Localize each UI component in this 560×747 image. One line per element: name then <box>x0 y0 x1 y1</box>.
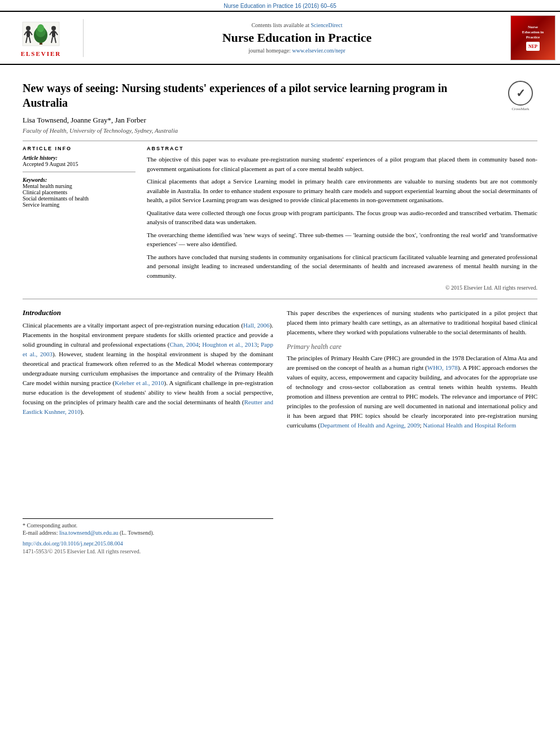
body-section: Introduction Clinical placements are a v… <box>23 308 537 554</box>
contents-line: Contents lists available at ScienceDirec… <box>89 22 505 28</box>
email-link[interactable]: lisa.townsend@uts.edu.au <box>59 530 118 536</box>
journal-ref-bar: Nurse Education in Practice 16 (2016) 60… <box>0 0 560 11</box>
body-right-col: This paper describes the experiences of … <box>287 308 537 554</box>
crossmark-icon: ✓ <box>516 86 526 100</box>
article-info-panel: ARTICLE INFO Article history: Accepted 9… <box>23 146 135 291</box>
svg-point-4 <box>37 24 44 32</box>
homepage-line: journal homepage: www.elsevier.com/nepr <box>89 47 505 54</box>
journal-header: ELSEVIER Contents lists available at Sci… <box>0 11 560 65</box>
abstract-para-4: The overarching theme identified was 'ne… <box>147 230 537 249</box>
abstract-para-3: Qualitative data were collected through … <box>147 208 537 227</box>
ref-chan[interactable]: Chan, 2004 <box>169 341 198 348</box>
footnote-area: * Corresponding author. E-mail address: … <box>23 518 273 536</box>
body-left-col: Introduction Clinical placements are a v… <box>23 308 273 554</box>
article-title: New ways of seeing: Nursing students' ex… <box>23 81 537 110</box>
ref-keleher[interactable]: Keleher et al., 2010 <box>115 379 164 386</box>
article-info-abstract: ARTICLE INFO Article history: Accepted 9… <box>23 146 537 291</box>
abstract-panel: ABSTRACT The objective of this paper was… <box>147 146 537 291</box>
abstract-body: The objective of this paper was to evalu… <box>147 155 537 280</box>
divider-1 <box>23 141 537 141</box>
email-note: E-mail address: lisa.townsend@uts.edu.au… <box>23 530 273 536</box>
copyright-line: © 2015 Elsevier Ltd. All rights reserved… <box>147 285 537 291</box>
keyword-3: Social determinants of health <box>23 195 135 202</box>
corresponding-author-note: * Corresponding author. <box>23 522 273 528</box>
ref-who[interactable]: WHO, 1978 <box>427 364 458 371</box>
ref-hall[interactable]: Hall, 2006 <box>243 322 270 329</box>
ref-houghton[interactable]: Houghton et al., 2013 <box>202 341 257 348</box>
elsevier-logo-block: ELSEVIER <box>5 19 84 57</box>
affiliation-line: Faculty of Health, University of Technol… <box>23 127 537 134</box>
abstract-para-5: The authors have concluded that nursing … <box>147 252 537 281</box>
abstract-para-2: Clinical placements that adopt a Service… <box>147 177 537 205</box>
crossmark-badge: ✓ CrossMark <box>504 81 537 111</box>
keyword-2: Clinical placements <box>23 189 135 195</box>
journal-title-header: Nurse Education in Practice <box>89 30 505 45</box>
keywords-label: Keywords: <box>23 177 135 183</box>
keyword-1: Mental health nursing <box>23 183 135 189</box>
article-info-label: ARTICLE INFO <box>23 146 135 151</box>
accepted-date: Accepted 9 August 2015 <box>23 161 135 167</box>
journal-center-block: Contents lists available at ScienceDirec… <box>84 22 510 54</box>
issn-line: 1471-5953/© 2015 Elsevier Ltd. All right… <box>23 548 273 554</box>
sciencedirect-link[interactable]: ScienceDirect <box>310 22 342 28</box>
svg-point-5 <box>26 26 30 30</box>
homepage-link[interactable]: www.elsevier.com/nepr <box>292 47 345 54</box>
phc-heading: Primary health care <box>287 343 537 351</box>
intro-heading: Introduction <box>23 308 273 317</box>
right-intro-para: This paper describes the experiences of … <box>287 308 537 337</box>
ref-dept-health[interactable]: Department of Health and Ageing, 2009 <box>320 422 420 429</box>
journal-thumbnail: Nurse Education in Practice NEP <box>510 15 555 60</box>
abstract-label: ABSTRACT <box>147 146 537 151</box>
intro-para-1: Clinical placements are a vitally import… <box>23 321 273 417</box>
keyword-4: Service learning <box>23 202 135 208</box>
svg-rect-12 <box>52 30 55 37</box>
elsevier-brand-text: ELSEVIER <box>21 50 62 57</box>
svg-point-11 <box>51 26 56 30</box>
journal-ref: Nurse Education in Practice 16 (2016) 60… <box>224 3 336 9</box>
svg-rect-6 <box>27 30 30 37</box>
elsevier-tree-icon <box>20 19 62 49</box>
right-intro-body: This paper describes the experiences of … <box>287 308 537 337</box>
divider-info <box>23 172 135 172</box>
crossmark-circle: ✓ <box>508 81 533 106</box>
ref-reutter[interactable]: Reutter and Eastlick Kushner, 2010 <box>23 399 273 415</box>
main-content: New ways of seeing: Nursing students' ex… <box>0 65 560 560</box>
crossmark-label: CrossMark <box>504 107 537 111</box>
keywords-block: Keywords: Mental health nursing Clinical… <box>23 177 135 208</box>
history-label: Article history: <box>23 155 135 161</box>
authors-line: Lisa Townsend, Joanne Gray*, Jan Forber <box>23 116 537 125</box>
phc-body: The principles of Primary Health Care (P… <box>287 353 537 430</box>
intro-body: Clinical placements are a vitally import… <box>23 321 273 417</box>
divider-2 <box>23 299 537 299</box>
ref-national-health[interactable]: National Health and Hospital Reform <box>423 422 516 429</box>
phc-para-1: The principles of Primary Health Care (P… <box>287 353 537 430</box>
doi-line: http://dx.doi.org/10.1016/j.nepr.2015.08… <box>23 540 273 547</box>
article-history-block: Article history: Accepted 9 August 2015 <box>23 155 135 167</box>
abstract-para-1: The objective of this paper was to evalu… <box>147 155 537 173</box>
